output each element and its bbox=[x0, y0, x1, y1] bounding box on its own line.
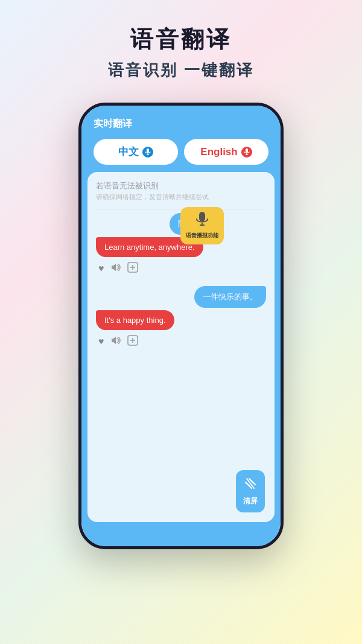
translation-bubble-2: It's a happy thing. bbox=[96, 310, 174, 330]
source-bubble-2: 一件快乐的事。 bbox=[194, 286, 266, 308]
tooltip-popup: 语音播报功能 bbox=[180, 207, 224, 244]
chinese-label: 中文 bbox=[118, 145, 139, 159]
app-title-bar: 实时翻译 bbox=[94, 118, 268, 130]
messages-area: 随时随地 bbox=[96, 213, 266, 355]
svg-rect-3 bbox=[246, 148, 248, 153]
speaker-icon-1[interactable] bbox=[110, 263, 121, 275]
english-lang-button[interactable]: English bbox=[184, 139, 268, 165]
language-buttons: 中文 English bbox=[94, 139, 268, 165]
clear-label: 清屏 bbox=[243, 496, 258, 506]
main-content-area: 若语音无法被识别 请确保网络稳定，发音清晰并继续尝试 随时随地 bbox=[87, 172, 275, 522]
header-section: 语音翻译 语音识别 一键翻译 bbox=[0, 0, 362, 93]
message-group-1: 随时随地 bbox=[96, 213, 266, 280]
chinese-lang-button[interactable]: 中文 bbox=[94, 139, 178, 165]
message-group-2: 一件快乐的事。 It's a happy thing. ♥ bbox=[96, 286, 266, 353]
chinese-mic-icon bbox=[142, 147, 153, 158]
clear-icon bbox=[243, 476, 258, 494]
source-bubble-1: 随时随地 bbox=[170, 213, 218, 235]
phone-screen: 实时翻译 中文 English bbox=[81, 106, 281, 546]
source-text-2: 一件快乐的事。 bbox=[203, 292, 258, 301]
action-row-2: ♥ bbox=[96, 333, 266, 353]
error-title: 若语音无法被识别 bbox=[96, 180, 266, 191]
section-divider bbox=[96, 209, 266, 209]
heart-icon-2[interactable]: ♥ bbox=[98, 336, 104, 347]
clear-screen-button[interactable]: 清屏 bbox=[236, 470, 265, 512]
add-icon-1[interactable] bbox=[127, 262, 138, 275]
add-icon-2[interactable] bbox=[127, 335, 138, 348]
svg-rect-0 bbox=[147, 148, 149, 153]
error-subtitle: 请确保网络稳定，发音清晰并继续尝试 bbox=[96, 193, 266, 202]
english-mic-icon bbox=[241, 147, 252, 158]
phone-mockup: 实时翻译 中文 English bbox=[78, 103, 284, 549]
translation-text-1: Learn anytime, anywhere. bbox=[104, 243, 195, 252]
tooltip-label: 语音播报功能 bbox=[186, 232, 218, 240]
heart-icon-1[interactable]: ♥ bbox=[98, 263, 104, 274]
translation-text-2: It's a happy thing. bbox=[104, 316, 166, 325]
page-subtitle: 语音识别 一键翻译 bbox=[12, 60, 350, 81]
page-title: 语音翻译 bbox=[12, 24, 350, 55]
english-label: English bbox=[200, 146, 237, 158]
speaker-icon-2[interactable] bbox=[110, 336, 121, 348]
tooltip-mic-icon bbox=[195, 212, 209, 231]
app-title: 实时翻译 bbox=[94, 118, 132, 130]
app-top-bar: 实时翻译 中文 English bbox=[81, 106, 281, 172]
svg-rect-6 bbox=[199, 212, 205, 222]
error-section: 若语音无法被识别 请确保网络稳定，发音清晰并继续尝试 bbox=[96, 180, 266, 202]
action-row-1: ♥ bbox=[96, 260, 266, 280]
